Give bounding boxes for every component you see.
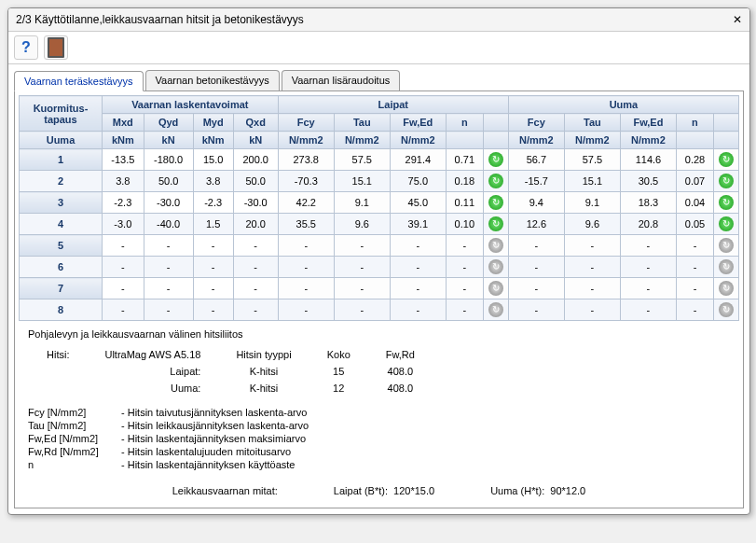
legend-fcy-val: - Hitsin taivutusjännityksen laskenta-ar… bbox=[121, 407, 307, 418]
table-row: 5--------↻----↻ bbox=[20, 235, 739, 257]
cell-myd[interactable]: - bbox=[193, 278, 233, 299]
cell-mxd[interactable]: - bbox=[102, 235, 144, 257]
cell-myd[interactable]: - bbox=[193, 299, 233, 321]
table-row: 1-13.5-180.015.0200.0273.857.5291.40.71↻… bbox=[20, 149, 739, 171]
cell-qxd[interactable]: - bbox=[233, 299, 278, 321]
row-id: 4 bbox=[20, 214, 103, 235]
dims-laipat-val: 120*15.0 bbox=[393, 485, 434, 496]
cell-myd[interactable]: 3.8 bbox=[193, 171, 233, 192]
cell-qxd[interactable]: - bbox=[233, 278, 278, 299]
tab-lisaraudoitus[interactable]: Vaarnan lisäraudoitus bbox=[282, 70, 401, 90]
cell-u-fwed: - bbox=[620, 235, 676, 257]
cell-qyd[interactable]: -30.0 bbox=[144, 192, 193, 214]
cell-l-n: - bbox=[446, 278, 483, 299]
cell-u-fwed: - bbox=[620, 257, 676, 278]
legend-fwed-val: - Hitsin laskentajännityksen maksimiarvo bbox=[121, 433, 306, 444]
legend-fcy-key: Fcy [N/mm2] bbox=[28, 407, 121, 418]
cell-mxd[interactable]: -13.5 bbox=[102, 149, 144, 171]
cell-l-fwed: 75.0 bbox=[390, 171, 446, 192]
cell-l-status: ↻ bbox=[483, 235, 508, 257]
cell-u-tau: 9.6 bbox=[564, 214, 620, 235]
legend-fwed-key: Fw,Ed [N/mm2] bbox=[28, 433, 121, 444]
cell-myd[interactable]: - bbox=[193, 257, 233, 278]
colgroup-voimat: Vaarnan laskentavoimat bbox=[102, 96, 278, 114]
dimensions-bar: Leikkausvaarnan mitat: Laipat (B*t): 120… bbox=[28, 481, 730, 500]
cell-myd[interactable]: 15.0 bbox=[193, 149, 233, 171]
cell-u-status: ↻ bbox=[714, 192, 739, 214]
col-mxd: Mxd bbox=[102, 114, 144, 132]
legend-tau-key: Tau [N/mm2] bbox=[28, 420, 121, 431]
dialog-window: 2/3 Käyttötilanne,leikkausvaarnan hitsit… bbox=[7, 7, 750, 515]
laipat-type: K-hitsi bbox=[219, 364, 308, 379]
cell-myd[interactable]: - bbox=[193, 235, 233, 257]
tab-bar: Vaarnan teräskestävyys Vaarnan betonikes… bbox=[8, 64, 749, 90]
legend-tau-val: - Hitsin leikkausjännityksen laskenta-ar… bbox=[121, 420, 309, 431]
row-id: 8 bbox=[20, 299, 103, 321]
cell-l-fcy: - bbox=[278, 278, 334, 299]
status-empty-icon: ↻ bbox=[488, 238, 503, 253]
cell-mxd[interactable]: - bbox=[102, 257, 144, 278]
cell-qyd[interactable]: -180.0 bbox=[144, 149, 193, 171]
cell-qxd[interactable]: -30.0 bbox=[233, 192, 278, 214]
cell-qyd[interactable]: - bbox=[144, 278, 193, 299]
close-icon[interactable]: ✕ bbox=[733, 13, 742, 26]
cell-u-fwed: 114.6 bbox=[620, 149, 676, 171]
cell-qxd[interactable]: - bbox=[233, 257, 278, 278]
row-id: 3 bbox=[20, 192, 103, 214]
cell-qyd[interactable]: - bbox=[144, 299, 193, 321]
cell-l-fwed: - bbox=[390, 257, 446, 278]
cell-qyd[interactable]: -40.0 bbox=[144, 214, 193, 235]
status-empty-icon: ↻ bbox=[488, 302, 503, 317]
unit-l-fcy: N/mm2 bbox=[278, 132, 334, 149]
uuma-koko: 12 bbox=[310, 381, 367, 396]
cell-qxd[interactable]: - bbox=[233, 235, 278, 257]
col-l-status bbox=[483, 114, 508, 132]
cell-qyd[interactable]: - bbox=[144, 235, 193, 257]
cell-myd[interactable]: -2.3 bbox=[193, 192, 233, 214]
cell-l-status: ↻ bbox=[483, 214, 508, 235]
tab-betonikestavyys[interactable]: Vaarnan betonikestävyys bbox=[145, 70, 280, 90]
cell-l-fcy: -70.3 bbox=[278, 171, 334, 192]
cell-l-fcy: 273.8 bbox=[278, 149, 334, 171]
window-title: 2/3 Käyttötilanne,leikkausvaarnan hitsit… bbox=[16, 13, 304, 26]
legend-fwrd-key: Fw,Rd [N/mm2] bbox=[28, 446, 121, 457]
tab-teraskestavyys[interactable]: Vaarnan teräskestävyys bbox=[14, 71, 144, 91]
help-icon: ? bbox=[21, 39, 31, 56]
cell-myd[interactable]: 1.5 bbox=[193, 214, 233, 235]
cell-mxd[interactable]: 3.8 bbox=[102, 171, 144, 192]
cell-qxd[interactable]: 200.0 bbox=[233, 149, 278, 171]
cell-u-fcy: - bbox=[508, 257, 564, 278]
col-u-tau: Tau bbox=[564, 114, 620, 132]
cell-mxd[interactable]: -2.3 bbox=[102, 192, 144, 214]
cell-qyd[interactable]: - bbox=[144, 257, 193, 278]
cell-l-n: - bbox=[446, 257, 483, 278]
unit-qxd: kN bbox=[233, 132, 278, 149]
cell-l-n: - bbox=[446, 235, 483, 257]
cell-u-n: - bbox=[676, 278, 713, 299]
cell-l-tau: - bbox=[334, 299, 390, 321]
uuma-fwrd: 408.0 bbox=[369, 381, 432, 396]
cell-mxd[interactable]: - bbox=[102, 278, 144, 299]
cell-l-fwed: - bbox=[390, 299, 446, 321]
cell-mxd[interactable]: - bbox=[102, 299, 144, 321]
cell-l-n: 0.71 bbox=[446, 149, 483, 171]
cell-l-status: ↻ bbox=[483, 299, 508, 321]
cell-u-tau: 9.1 bbox=[564, 192, 620, 214]
col-l-fwed: Fw,Ed bbox=[390, 114, 446, 132]
exit-button[interactable] bbox=[44, 35, 68, 60]
cell-qyd[interactable]: 50.0 bbox=[144, 171, 193, 192]
cell-u-status: ↻ bbox=[714, 214, 739, 235]
status-empty-icon: ↻ bbox=[488, 281, 503, 296]
unit-u-fwed: N/mm2 bbox=[620, 132, 676, 149]
cell-l-fcy: 35.5 bbox=[278, 214, 334, 235]
cell-l-tau: - bbox=[334, 257, 390, 278]
cell-qxd[interactable]: 20.0 bbox=[233, 214, 278, 235]
legend-n-val: - Hitsin laskentajännityksen käyttöaste bbox=[121, 459, 295, 470]
cell-u-fwed: 30.5 bbox=[620, 171, 676, 192]
cell-mxd[interactable]: -3.0 bbox=[102, 214, 144, 235]
cell-qxd[interactable]: 50.0 bbox=[233, 171, 278, 192]
help-button[interactable]: ? bbox=[14, 35, 38, 60]
unit-u-status bbox=[714, 132, 739, 149]
legend-fwrd-val: - Hitsin laskentalujuuden mitoitusarvo bbox=[121, 446, 291, 457]
status-ok-icon: ↻ bbox=[488, 174, 503, 188]
